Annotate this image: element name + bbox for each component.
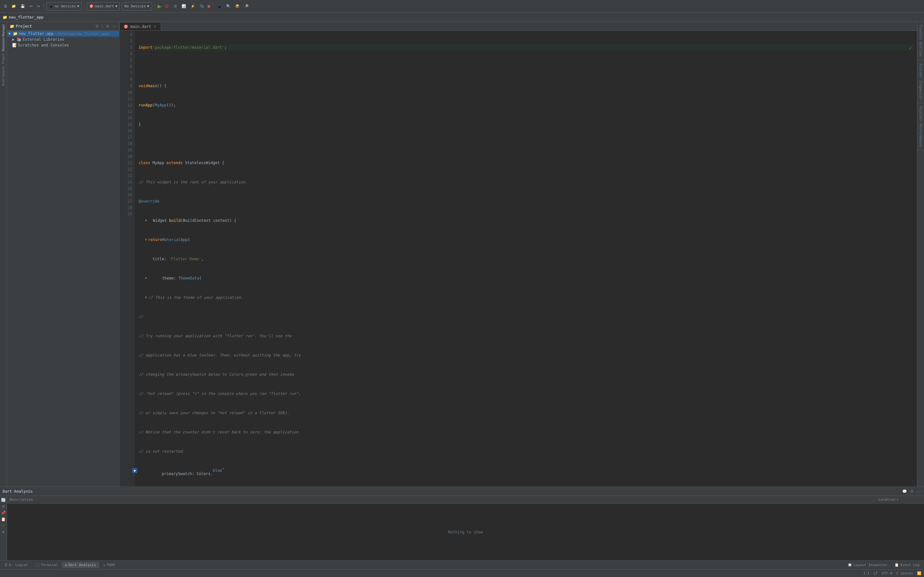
code-line-1: import 'package:flutter/material.dart';✓: [139, 44, 913, 51]
hot-reload-btn[interactable]: ⚡: [189, 3, 196, 9]
indent-info[interactable]: 2 spaces: [896, 571, 913, 575]
ln-6: 6: [122, 63, 132, 70]
run-btn[interactable]: ▶: [158, 3, 162, 9]
flutter-inspector-tab[interactable]: Flutter Inspector: [917, 60, 924, 103]
analysis-settings-btn[interactable]: ⚙: [909, 488, 914, 494]
event-log-icon: 📋: [895, 563, 899, 567]
no-devices-arrow: ▼: [147, 4, 149, 8]
sdk-btn[interactable]: 📦: [234, 3, 241, 9]
fold-11[interactable]: ▼: [145, 237, 147, 243]
flutter-performance-tab[interactable]: Flutter Performance: [917, 103, 924, 150]
attach-btn[interactable]: 📎: [198, 3, 205, 9]
bottom-panel-header: Dart Analysis 💬 ⚙ —: [0, 487, 924, 496]
event-log-tab[interactable]: 📋 Event Log: [891, 562, 923, 568]
desc-label: Description: [10, 498, 33, 502]
dart-analysis-tab[interactable]: ◎ Dart Analysis: [62, 562, 99, 568]
hamburger-btn[interactable]: ☰: [3, 3, 8, 9]
debug-btn[interactable]: 🐞: [163, 3, 170, 9]
sep1: [44, 3, 44, 10]
redo-btn[interactable]: ↪: [36, 3, 41, 9]
fold-10[interactable]: ▼: [145, 218, 147, 224]
main-dart-dropdown[interactable]: 🎯 main.dart ▼: [87, 2, 120, 11]
coverage-btn[interactable]: ⏱: [172, 4, 178, 9]
analysis-gear-btn[interactable]: ⚙: [1, 504, 6, 509]
code-line-22: // is not restarted.: [139, 448, 913, 455]
tab-close-btn[interactable]: ✕: [153, 25, 157, 28]
sep2: [84, 3, 84, 10]
code-line-23: ● primarySwatch: Colors.blue,: [139, 467, 913, 474]
code-content[interactable]: import 'package:flutter/material.dart';✓…: [135, 31, 917, 487]
code-line-14: ▼ // This is the theme of your applicati…: [139, 294, 913, 301]
analysis-comment-btn[interactable]: 💬: [901, 488, 908, 494]
fold-13[interactable]: ▼: [145, 275, 147, 282]
ln-25: 25: [122, 185, 132, 192]
flutter-outline-tab[interactable]: Flutter Outline: [917, 22, 924, 60]
charset[interactable]: UTF-8: [882, 571, 892, 575]
device-dropdown[interactable]: 📱 no devices ▼: [47, 2, 81, 11]
stop-btn[interactable]: ■: [207, 3, 210, 9]
breakpoint-23[interactable]: ●: [132, 468, 137, 473]
code-line-15: //: [139, 314, 913, 320]
todo-icon: ☑: [103, 563, 105, 567]
analysis-star-btn[interactable]: ☆: [1, 523, 6, 529]
undo-btn[interactable]: ↩: [28, 3, 34, 9]
editor-area: 🎯 main.dart ✕ 1 2 3 4 5 6 7 8 9 10 11 12…: [120, 22, 917, 487]
code-line-12: title: 'Flutter Demo',: [139, 256, 913, 262]
code-line-18: // changing the primarySwatch below to C…: [139, 371, 913, 378]
code-editor[interactable]: 1 2 3 4 5 6 7 8 9 10 11 12 13 14 15 16 1…: [120, 31, 917, 487]
project-name: new_flutter_app: [9, 15, 43, 19]
inspector-btn[interactable]: 🔍: [225, 3, 232, 9]
todo-tab[interactable]: ☑ TODO: [100, 562, 118, 568]
logcat-tab[interactable]: ☰ 6: Logcat: [1, 562, 31, 568]
panel-close-btn[interactable]: —: [111, 23, 116, 29]
bottom-tab-bar: ☰ 6: Logcat ⬛ Terminal ◎ Dart Analysis ☑…: [0, 560, 924, 569]
main-dart-arrow: ▼: [115, 4, 118, 8]
panel-settings-btn[interactable]: ⚙: [95, 23, 99, 29]
ln-3: 3: [122, 44, 132, 51]
save-btn[interactable]: 💾: [19, 3, 26, 9]
resource-manager-tab[interactable]: Resource Manager: [1, 23, 6, 52]
code-line-16: // Try running your application with "fl…: [139, 333, 913, 339]
cursor-position[interactable]: 1:1: [863, 571, 870, 575]
analysis-pin-btn[interactable]: 📌: [0, 510, 6, 516]
ln-28: 28: [122, 205, 132, 211]
code-line-7: class MyApp extends StatelessWidget {: [139, 160, 913, 166]
ln-2: 2: [122, 38, 132, 44]
main-dart-tab[interactable]: 🎯 main.dart ✕: [120, 22, 161, 31]
external-libraries-item[interactable]: ▶ 📚 External Libraries: [7, 37, 119, 42]
scratches-item[interactable]: 📝 Scratches and Consoles: [7, 42, 119, 48]
code-line-5: }: [139, 121, 913, 127]
panel-header: 📁 Project ⚙ ↕ ⚙ —: [7, 22, 119, 31]
line-ending[interactable]: LF: [874, 571, 878, 575]
analysis-reload-btn[interactable]: 🔄: [0, 497, 6, 503]
layout-inspector-label: Layout Inspector: [853, 563, 887, 567]
dart-analysis-tab-label: Dart Analysis: [68, 563, 96, 567]
panel-config-btn[interactable]: ⚙: [105, 23, 110, 29]
analysis-loc-col[interactable]: Location ↑: [876, 498, 924, 502]
layout-inspector-tab[interactable]: 🔲 Layout Inspector: [845, 562, 891, 568]
root-tree-item[interactable]: ▼ 📁 new_flutter_app ~/Desktop/new_flutte…: [7, 31, 119, 37]
bottom-panel-main: Description Location ↑ Nothing to show: [7, 496, 924, 560]
project-tab-icon[interactable]: Project: [1, 53, 6, 65]
search-btn[interactable]: 🔎: [243, 3, 250, 9]
code-line-11: ▼ return MaterialApp(: [139, 237, 913, 243]
sep4: [213, 3, 213, 10]
profile-btn[interactable]: 📊: [180, 3, 187, 9]
fold-14[interactable]: ▼: [145, 294, 147, 301]
ln-16: 16: [122, 127, 132, 134]
root-path: ~/Desktop/new_flutter_app/: [55, 32, 110, 36]
panel-sort-btn[interactable]: ↕: [101, 23, 104, 29]
analysis-empty-msg: Nothing to show: [448, 530, 483, 534]
terminal-tab[interactable]: ⬛ Terminal: [32, 562, 61, 568]
analysis-filter-btn[interactable]: ▼: [1, 529, 6, 535]
main-dart-label: main.dart: [95, 4, 114, 8]
device-mgr-btn[interactable]: 📱: [216, 3, 223, 9]
open-btn[interactable]: 📁: [10, 3, 17, 9]
no-devices-btn[interactable]: No Devices ▼: [121, 2, 152, 11]
analysis-list-btn[interactable]: 📋: [0, 516, 6, 522]
project-folder-icon: 📁: [3, 15, 7, 19]
code-line-21: // Notice that the counter didn't reset …: [139, 429, 913, 435]
analysis-body: Nothing to show: [7, 504, 924, 560]
build-variants-tab[interactable]: Build Variants: [1, 65, 6, 87]
analysis-minimize-btn[interactable]: —: [916, 488, 921, 494]
